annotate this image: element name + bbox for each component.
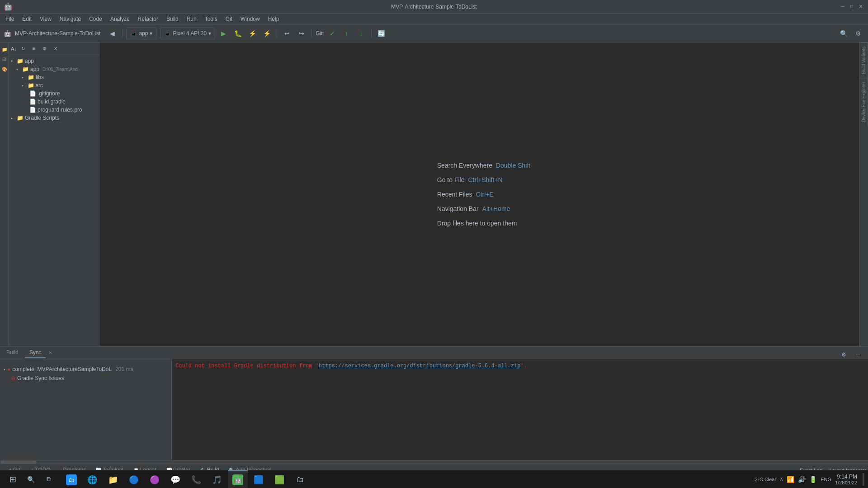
separator-3 <box>311 29 312 38</box>
undo-button[interactable]: ↩ <box>281 27 293 40</box>
settings-button[interactable]: ⚙ <box>852 27 864 40</box>
profile-button[interactable]: ⚡ <box>246 27 259 40</box>
app7-icon: 📞 <box>191 474 202 485</box>
editor-hints: Search Everywhere Double Shift Go to Fil… <box>437 162 530 227</box>
tab-sync[interactable]: Sync <box>25 347 46 358</box>
run-button[interactable]: ▶ <box>217 27 230 40</box>
taskbar-volume-icon: 🔊 <box>798 476 806 483</box>
menu-git[interactable]: Git <box>222 15 236 23</box>
build-issues-label: Gradle Sync Issues <box>17 375 64 381</box>
sync-button[interactable]: 🔄 <box>375 27 388 40</box>
close-button[interactable]: ✕ <box>857 3 864 10</box>
menu-edit[interactable]: Edit <box>19 15 35 23</box>
panel-settings-icon[interactable]: ⚙ <box>40 44 49 53</box>
tree-item-gitignore[interactable]: ▸ 📄 .gitignore <box>9 89 99 98</box>
bottom-scrollbar-thumb[interactable] <box>0 461 37 464</box>
tree-item-app-root[interactable]: ▾ 📁 app <box>9 57 99 65</box>
build-tree-root[interactable]: ▾ ● complete_MVPArchitectureSampleToDoL … <box>0 365 171 374</box>
tab-close-icon[interactable]: ✕ <box>48 350 52 355</box>
tree-item-src[interactable]: ▸ 📁 src <box>9 81 99 89</box>
menu-navigate[interactable]: Navigate <box>56 15 85 23</box>
task-view-button[interactable]: ⧉ <box>40 470 58 488</box>
taskbar-up-arrow[interactable]: ∧ <box>780 477 783 482</box>
tree-arrow-gradle: ▸ <box>11 116 15 120</box>
start-button[interactable]: ⊞ <box>4 470 22 488</box>
panel-close-icon[interactable]: ✕ <box>51 44 60 53</box>
taskbar-android-studio[interactable]: 🤖 <box>228 470 248 488</box>
error-url-link[interactable]: https://services.gradle.org/distribution… <box>319 363 520 369</box>
menu-analyze[interactable]: Analyze <box>107 15 133 23</box>
search-button[interactable]: 🔍 <box>22 470 40 488</box>
apply-changes-button[interactable]: ⚡ <box>260 27 273 40</box>
taskbar-explorer[interactable]: 🗂 <box>61 470 81 488</box>
taskbar-chrome[interactable]: 🌐 <box>82 470 102 488</box>
bottom-panel: Build Sync ✕ ⚙ ─ ▾ ● complete_MVPArchite… <box>0 346 868 464</box>
tree-label-proguard: proguard-rules.pro <box>38 107 82 113</box>
taskbar-app12[interactable]: 🗂 <box>290 470 310 488</box>
hint-recent-key: Ctrl+E <box>476 191 494 198</box>
build-root-label: complete_MVPArchitectureSampleToDoL <box>12 366 112 372</box>
taskbar-pinned-apps: 🗂 🌐 📁 🔵 🟣 💬 📞 🎵 🤖 🟦 🟩 <box>61 470 310 488</box>
menu-refactor[interactable]: Refactor <box>134 15 162 23</box>
debug-button[interactable]: 🐛 <box>231 27 244 40</box>
taskbar-app3[interactable]: 📁 <box>103 470 123 488</box>
taskbar-app10[interactable]: 🟦 <box>249 470 269 488</box>
taskbar-app4[interactable]: 🔵 <box>124 470 144 488</box>
panel-collapse-icon[interactable]: ≡ <box>29 44 38 53</box>
show-desktop-btn[interactable] <box>863 473 864 486</box>
taskbar-app11[interactable]: 🟩 <box>269 470 289 488</box>
vtab-device-file-explorer[interactable]: Device File Explorer <box>859 78 868 126</box>
git-commit-button[interactable]: ✓ <box>326 27 339 40</box>
git-push-button[interactable]: ↑ <box>340 27 353 40</box>
taskbar-app8[interactable]: 🎵 <box>207 470 227 488</box>
tree-item-app-dir[interactable]: ▾ 📁 app D:\01_7learn\And <box>9 65 99 73</box>
taskbar-clock[interactable]: 9:14 PM 1/28/2022 <box>835 474 857 485</box>
hint-recent: Recent Files Ctrl+E <box>437 191 530 198</box>
taskbar-app7[interactable]: 📞 <box>186 470 206 488</box>
android-studio-icon: 🤖 <box>232 474 243 485</box>
menu-run[interactable]: Run <box>183 15 200 23</box>
panel-controls: ⚙ ─ <box>837 348 864 361</box>
app11-icon: 🟩 <box>274 474 285 485</box>
menu-view[interactable]: View <box>36 15 55 23</box>
git-pull-button[interactable]: ↓ <box>355 27 368 40</box>
maximize-button[interactable]: □ <box>848 3 855 10</box>
hint-navbar-key: Alt+Home <box>482 205 510 212</box>
panel-sort-icon[interactable]: A↓ <box>11 46 17 52</box>
menu-code[interactable]: Code <box>85 15 106 23</box>
tree-item-gradle-scripts[interactable]: ▸ 📁 Gradle Scripts <box>9 114 99 122</box>
panel-minimize-btn[interactable]: ─ <box>852 348 864 361</box>
app-dropdown[interactable]: 📱 app ▾ <box>126 28 156 39</box>
menu-tools[interactable]: Tools <box>201 15 221 23</box>
vtab-build-variants[interactable]: Build Variants <box>859 42 868 78</box>
tree-item-buildgradle[interactable]: ▸ 📄 build.gradle <box>9 98 99 106</box>
tree-label-src: src <box>36 82 43 89</box>
commit-activity-btn[interactable]: ☑ <box>0 55 9 63</box>
build-tree-issues[interactable]: ⊘ Gradle Sync Issues <box>0 374 171 383</box>
device-dropdown[interactable]: 📱 Pixel 4 API 30 ▾ <box>160 28 215 39</box>
project-activity-btn[interactable]: 📁 <box>0 45 9 53</box>
panel-settings-btn[interactable]: ⚙ <box>837 348 850 361</box>
taskbar-battery-icon: 🔋 <box>809 476 817 483</box>
taskbar-time: 9:14 PM <box>837 474 857 480</box>
menu-file[interactable]: File <box>2 15 18 23</box>
bottom-scrollbar[interactable] <box>0 460 868 464</box>
tab-build[interactable]: Build <box>2 347 23 358</box>
device-icon: 📱 <box>164 30 171 37</box>
panel-refresh-icon[interactable]: ↻ <box>19 44 28 53</box>
menu-build[interactable]: Build <box>163 15 182 23</box>
redo-button[interactable]: ↪ <box>295 27 308 40</box>
tree-item-libs[interactable]: ▸ 📁 libs <box>9 73 99 81</box>
resource-activity-btn[interactable]: 🎨 <box>0 65 9 73</box>
minimize-button[interactable]: ─ <box>839 3 846 10</box>
taskbar-app5[interactable]: 🟣 <box>145 470 165 488</box>
menu-help[interactable]: Help <box>264 15 283 23</box>
window-title: MVP-Architecture-Sample-ToDoList <box>391 4 476 10</box>
taskbar-weather: -2°C Clear <box>753 477 776 482</box>
tree-item-proguard[interactable]: ▸ 📄 proguard-rules.pro <box>9 106 99 114</box>
title-bar: 🤖 MVP-Architecture-Sample-ToDoList ─ □ ✕ <box>0 0 868 14</box>
back-button[interactable]: ◀ <box>106 27 118 40</box>
search-everywhere-button[interactable]: 🔍 <box>837 27 850 40</box>
taskbar-app6[interactable]: 💬 <box>165 470 185 488</box>
menu-window[interactable]: Window <box>237 15 264 23</box>
